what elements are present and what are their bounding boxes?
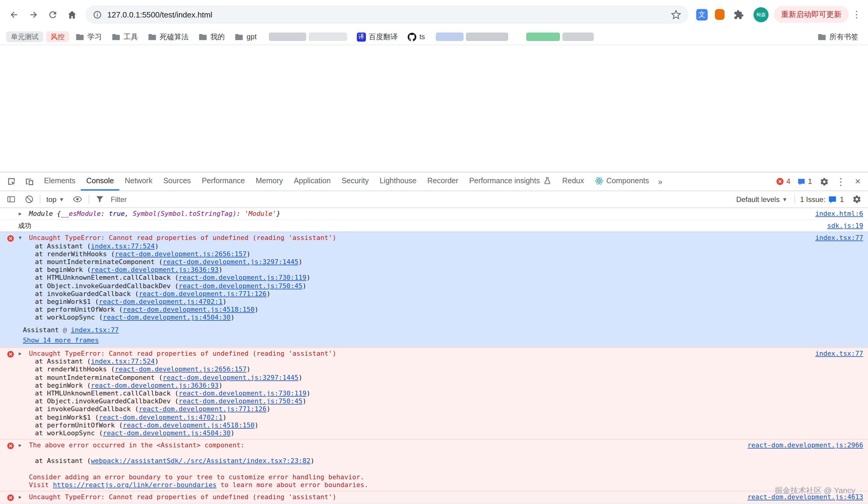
inspect-element-icon[interactable] (2, 172, 21, 191)
bookmark-folder[interactable]: 学习 (72, 30, 105, 44)
bookmark-folder[interactable]: gpt (231, 30, 260, 43)
redacted-bookmark[interactable] (562, 32, 594, 41)
forward-button[interactable] (24, 6, 42, 23)
source-link[interactable]: react-dom.development.js:750:45 (179, 398, 302, 405)
issues-counter[interactable]: 1 Issue: 1 (800, 195, 844, 204)
error-count-badge[interactable]: 4 (773, 177, 793, 186)
source-link[interactable]: react-dom.development.js:4613 (747, 493, 863, 501)
devtools-close-icon[interactable]: × (850, 172, 866, 191)
source-link[interactable]: webpack://assistantSdk/./src/Assistant/i… (91, 457, 310, 465)
source-link[interactable]: react-dom.development.js:2656:157 (115, 250, 247, 258)
orange-extension-icon[interactable] (712, 7, 727, 22)
source-link[interactable]: index.tsx:77 (815, 234, 863, 242)
source-link[interactable]: react-dom.development.js:3297:1445 (163, 258, 298, 266)
back-button[interactable] (5, 6, 23, 23)
source-link[interactable]: react-dom.development.js:3297:1445 (163, 373, 298, 381)
bookmark-folder[interactable]: 死磕算法 (144, 30, 192, 44)
expand-triangle-icon[interactable]: ▶ (19, 442, 26, 450)
eye-create-live-expression-icon[interactable] (70, 192, 85, 206)
tab-memory[interactable]: Memory (250, 172, 288, 191)
redacted-bookmark[interactable] (269, 32, 306, 41)
redacted-bookmark[interactable] (308, 32, 347, 41)
error-boundaries-link[interactable]: https://reactjs.org/link/error-boundarie… (53, 481, 217, 489)
tab-application[interactable]: Application (288, 172, 336, 191)
source-link[interactable]: index.tsx:77 (815, 350, 863, 358)
source-link[interactable]: react-dom.development.js:3636:93 (91, 266, 218, 274)
console-message-log[interactable]: 成功 sdk.js:19 (0, 220, 868, 232)
source-link[interactable]: react-dom.development.js:4504:30 (103, 314, 230, 322)
console-settings-gear-icon[interactable] (849, 192, 865, 206)
source-link[interactable]: react-dom.development.js:4702:1 (99, 413, 223, 421)
bookmark-folder[interactable]: 工具 (108, 30, 142, 44)
source-link[interactable]: react-dom.development.js:730:119 (179, 274, 307, 282)
source-link[interactable]: react-dom.development.js:4518:150 (123, 421, 254, 429)
source-link[interactable]: index.tsx:77 (71, 326, 119, 334)
bookmark-github-ts[interactable]: ts (404, 30, 428, 43)
extensions-puzzle-icon[interactable] (731, 7, 746, 22)
source-link[interactable]: index.tsx:77:524 (91, 358, 155, 366)
redacted-bookmark[interactable] (436, 32, 464, 41)
source-link[interactable]: react-dom.development.js:2966 (747, 442, 863, 450)
update-browser-button[interactable]: 重新启动即可更新 (774, 6, 849, 23)
site-info-icon[interactable] (93, 10, 102, 19)
filter-input[interactable] (111, 195, 730, 204)
address-bar[interactable]: 127.0.0.1:5500/test/index.html (85, 6, 688, 23)
tab-security[interactable]: Security (336, 172, 374, 191)
tab-redux[interactable]: Redux (557, 172, 589, 191)
tab-performance[interactable]: Performance (196, 172, 250, 191)
source-link[interactable]: react-dom.development.js:730:119 (179, 389, 307, 397)
console-message-error-3[interactable]: ▶ The above error occurred in the <Assis… (0, 439, 868, 492)
translate-extension-icon[interactable]: 文 (696, 9, 707, 20)
tab-group-chip[interactable]: 单元测试 (6, 31, 43, 42)
source-link[interactable]: react-dom.development.js:4504:30 (103, 429, 230, 437)
source-link[interactable]: react-dom.development.js:771:126 (138, 290, 267, 298)
redacted-bookmark[interactable] (526, 32, 560, 41)
bookmark-baidu-translate[interactable]: 译 百度翻译 (353, 30, 401, 44)
console-sidebar-toggle-icon[interactable] (3, 192, 18, 206)
console-message-error-4[interactable]: ▶ Uncaught TypeError: Cannot read proper… (0, 491, 868, 503)
browser-menu-kebab-icon[interactable]: ⋮ (850, 6, 863, 23)
tab-performance-insights[interactable]: Performance insights (464, 172, 557, 191)
tab-lighthouse[interactable]: Lighthouse (374, 172, 422, 191)
expand-triangle-icon[interactable]: ▶ (19, 350, 26, 358)
source-link[interactable]: react-dom.development.js:4518:150 (123, 306, 254, 313)
tab-components[interactable]: Components (590, 172, 654, 191)
tab-elements[interactable]: Elements (39, 172, 81, 191)
bookmark-folder[interactable]: 我的 (195, 30, 228, 44)
show-more-frames-link[interactable]: Show 14 more frames (23, 336, 99, 344)
bookmark-star-icon[interactable] (671, 9, 681, 20)
tab-group-chip[interactable]: 风控 (46, 31, 69, 42)
devtools-menu-kebab-icon[interactable]: ⋮ (833, 172, 849, 191)
log-levels-dropdown[interactable]: Default levels▼ (734, 195, 790, 204)
tab-console[interactable]: Console (81, 172, 119, 191)
home-button[interactable] (63, 6, 81, 23)
console-message-module[interactable]: ▶ Module {__esModule: true, Symbol(Symbo… (0, 208, 868, 220)
console-message-error-1[interactable]: ▼ Uncaught TypeError: Cannot read proper… (0, 232, 868, 348)
source-link[interactable]: sdk.js:19 (827, 222, 863, 230)
all-bookmarks-folder[interactable]: 所有书签 (814, 30, 862, 44)
collapse-triangle-icon[interactable]: ▼ (19, 234, 26, 242)
source-link[interactable]: react-dom.development.js:3636:93 (91, 382, 218, 389)
source-link[interactable]: react-dom.development.js:2656:157 (115, 366, 247, 373)
expand-triangle-icon[interactable]: ▶ (19, 210, 26, 218)
redacted-bookmark[interactable] (466, 32, 508, 41)
device-toolbar-icon[interactable] (21, 172, 39, 191)
more-tabs-chevron-icon[interactable]: » (654, 172, 666, 191)
source-link[interactable]: react-dom.development.js:771:126 (138, 405, 267, 413)
profile-avatar[interactable]: 甸森 (754, 7, 768, 22)
tab-network[interactable]: Network (119, 172, 158, 191)
javascript-context-dropdown[interactable]: top▼ (44, 195, 66, 204)
console-message-error-2[interactable]: ▶ Uncaught TypeError: Cannot read proper… (0, 347, 868, 440)
reload-button[interactable] (43, 6, 61, 23)
clear-console-icon[interactable] (22, 192, 36, 206)
tab-sources[interactable]: Sources (158, 172, 196, 191)
source-link[interactable]: index.tsx:77:524 (91, 242, 155, 250)
devtools-settings-gear-icon[interactable] (816, 172, 832, 191)
url-text[interactable]: 127.0.0.1:5500/test/index.html (107, 10, 665, 19)
source-link[interactable]: react-dom.development.js:4702:1 (99, 298, 223, 306)
tab-recorder[interactable]: Recorder (422, 172, 464, 191)
expand-triangle-icon[interactable]: ▶ (19, 493, 26, 501)
source-link[interactable]: react-dom.development.js:750:45 (179, 282, 302, 290)
message-count-badge[interactable]: 1 (795, 177, 815, 186)
source-link[interactable]: index.html:6 (815, 210, 863, 218)
